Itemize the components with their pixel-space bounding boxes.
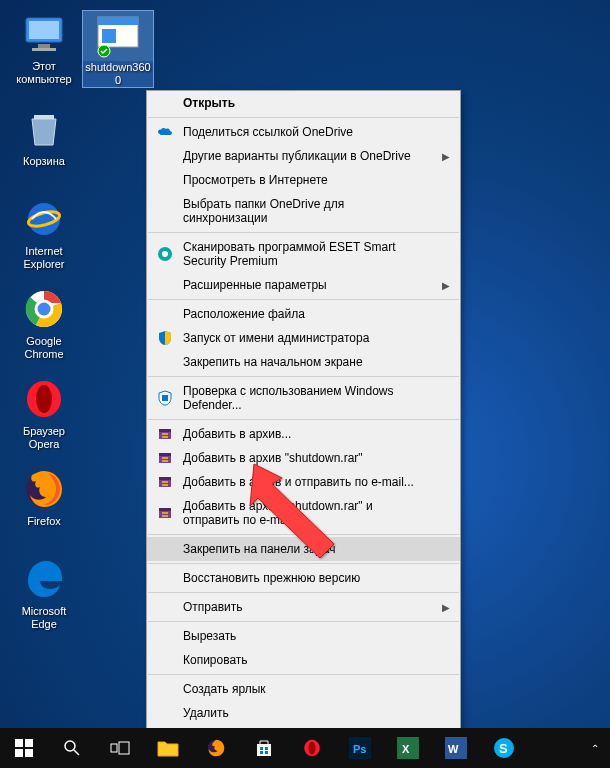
svg-rect-46 — [260, 751, 263, 754]
svg-rect-42 — [119, 742, 129, 754]
menu-item[interactable]: Закрепить на начальном экране — [147, 350, 460, 374]
svg-rect-5 — [98, 17, 138, 25]
menu-item[interactable]: Добавить в архив "shutdown.rar" — [147, 446, 460, 470]
system-tray[interactable]: ⌃ — [584, 728, 610, 768]
menu-item-label: Удалить — [183, 706, 229, 720]
menu-item[interactable]: Удалить — [147, 701, 460, 725]
menu-separator — [148, 563, 459, 564]
svg-rect-22 — [162, 436, 168, 438]
svg-text:Ps: Ps — [353, 743, 366, 755]
menu-item[interactable]: Выбрать папки OneDrive для синхронизации — [147, 192, 460, 230]
search-button[interactable] — [48, 728, 96, 768]
edge-icon — [20, 555, 68, 603]
menu-item[interactable]: Расположение файла — [147, 302, 460, 326]
menu-item-label: Отправить — [183, 600, 243, 614]
menu-item-label: Закрепить на начальном экране — [183, 355, 363, 369]
menu-item[interactable]: Поделиться ссылкой OneDrive — [147, 120, 460, 144]
menu-item[interactable]: Вырезать — [147, 624, 460, 648]
menu-item[interactable]: Открыть — [147, 91, 460, 115]
svg-rect-44 — [260, 747, 263, 750]
desktop[interactable]: Этот компьютер shutdown3600 Корзина Inte… — [0, 0, 610, 728]
menu-item[interactable]: Запуск от имени администратора — [147, 326, 460, 350]
menu-item[interactable]: Расширенные параметры▶ — [147, 273, 460, 297]
menu-item[interactable]: Добавить в архив "shutdown.rar" и отправ… — [147, 494, 460, 532]
menu-item-label: Сканировать программой ESET Smart Securi… — [183, 240, 430, 268]
desktop-icon-recycle[interactable]: Корзина — [8, 105, 80, 168]
menu-item[interactable]: Добавить в архив... — [147, 422, 460, 446]
desktop-icon-shutdown[interactable]: shutdown3600 — [82, 10, 154, 88]
svg-rect-33 — [162, 512, 168, 514]
menu-item-label: Копировать — [183, 653, 248, 667]
firefox-icon — [20, 465, 68, 513]
winrar-icon — [157, 474, 173, 490]
svg-line-40 — [74, 750, 79, 755]
menu-item-label: Добавить в архив и отправить по e-mail..… — [183, 475, 414, 489]
menu-separator — [148, 592, 459, 593]
svg-text:W: W — [448, 743, 459, 755]
menu-item[interactable]: Восстановить прежнюю версию — [147, 566, 460, 590]
menu-item[interactable]: Отправить▶ — [147, 595, 460, 619]
menu-item-label: Добавить в архив "shutdown.rar" и отправ… — [183, 499, 430, 527]
menu-separator — [148, 621, 459, 622]
menu-item-label: Вырезать — [183, 629, 236, 643]
svg-rect-30 — [162, 484, 168, 486]
start-button[interactable] — [0, 728, 48, 768]
menu-item[interactable]: Другие варианты публикации в OneDrive▶ — [147, 144, 460, 168]
menu-item-label: Расположение файла — [183, 307, 305, 321]
taskbar-store[interactable] — [240, 728, 288, 768]
tray-chevron-icon[interactable]: ⌃ — [584, 728, 606, 768]
svg-rect-38 — [25, 749, 33, 757]
svg-rect-21 — [162, 433, 168, 435]
icon-label: Firefox — [8, 515, 80, 528]
submenu-arrow-icon: ▶ — [442, 151, 450, 162]
icon-label: Microsoft Edge — [8, 605, 80, 631]
menu-item[interactable]: Закрепить на панели задач — [147, 537, 460, 561]
menu-item[interactable]: Копировать — [147, 648, 460, 672]
menu-item[interactable]: Добавить в архив и отправить по e-mail..… — [147, 470, 460, 494]
icon-label: Этот компьютер — [8, 60, 80, 86]
svg-rect-36 — [25, 739, 33, 747]
winrar-icon — [157, 505, 173, 521]
desktop-icon-ie[interactable]: Internet Explorer — [8, 195, 80, 271]
svg-rect-35 — [15, 739, 23, 747]
menu-separator — [148, 299, 459, 300]
svg-rect-3 — [32, 48, 56, 51]
svg-rect-41 — [111, 744, 117, 752]
svg-point-39 — [65, 741, 75, 751]
taskbar-photoshop[interactable]: Ps — [336, 728, 384, 768]
desktop-icon-chrome[interactable]: Google Chrome — [8, 285, 80, 361]
shortcut-icon — [94, 11, 142, 59]
icon-label: Google Chrome — [8, 335, 80, 361]
taskbar-word[interactable]: W — [432, 728, 480, 768]
taskview-button[interactable] — [96, 728, 144, 768]
svg-rect-37 — [15, 749, 23, 757]
svg-rect-2 — [38, 44, 50, 48]
desktop-icon-this-pc[interactable]: Этот компьютер — [8, 10, 80, 86]
menu-item-label: Добавить в архив "shutdown.rar" — [183, 451, 363, 465]
desktop-icon-edge[interactable]: Microsoft Edge — [8, 555, 80, 631]
menu-item[interactable]: Проверка с использованием Windows Defend… — [147, 379, 460, 417]
svg-rect-29 — [162, 481, 168, 483]
ie-icon — [20, 195, 68, 243]
taskbar-explorer[interactable] — [144, 728, 192, 768]
taskbar-skype[interactable]: S — [480, 728, 528, 768]
svg-point-49 — [308, 742, 315, 755]
desktop-icon-opera[interactable]: Браузер Opera — [8, 375, 80, 451]
submenu-arrow-icon: ▶ — [442, 280, 450, 291]
eset-icon — [157, 246, 173, 262]
menu-item[interactable]: Создать ярлык — [147, 677, 460, 701]
svg-point-12 — [36, 301, 52, 317]
desktop-icon-firefox[interactable]: Firefox — [8, 465, 80, 528]
icon-label: Браузер Opera — [8, 425, 80, 451]
taskbar-excel[interactable]: X — [384, 728, 432, 768]
winrar-icon — [157, 426, 173, 442]
taskbar-opera[interactable] — [288, 728, 336, 768]
icon-label: shutdown3600 — [83, 61, 153, 87]
defender-icon — [157, 390, 173, 406]
taskbar-firefox[interactable] — [192, 728, 240, 768]
menu-item[interactable]: Просмотреть в Интернете — [147, 168, 460, 192]
menu-item[interactable]: Сканировать программой ESET Smart Securi… — [147, 235, 460, 273]
menu-item-label: Запуск от имени администратора — [183, 331, 369, 345]
svg-rect-6 — [102, 29, 116, 43]
menu-item-label: Создать ярлык — [183, 682, 266, 696]
